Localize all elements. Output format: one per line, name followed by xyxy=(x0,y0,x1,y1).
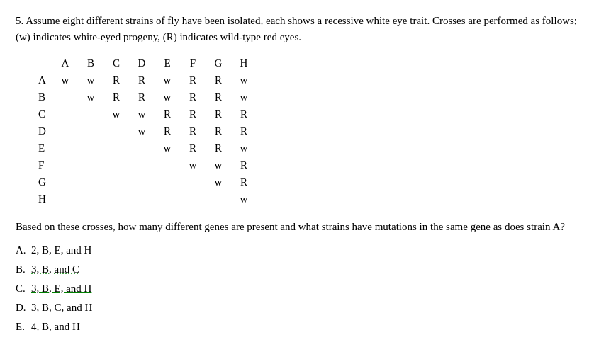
row-label-B: B xyxy=(37,89,52,106)
cross-table: A B C D E F G H A w w R R w R R w B w R … xyxy=(37,55,257,207)
cell-C-E: R xyxy=(155,106,180,123)
answer-label-A: A. xyxy=(16,241,31,260)
answer-C-underlined: 3, B, E, and H xyxy=(31,283,91,294)
col-header-H: H xyxy=(231,55,257,72)
cell-G-H: R xyxy=(231,174,257,190)
answer-label-D: D. xyxy=(16,298,31,317)
answer-text-E: 4, B, and H xyxy=(31,317,80,336)
cell-G-G: w xyxy=(206,174,231,190)
cell-A-A: w xyxy=(52,72,78,89)
cell-F-B xyxy=(78,157,103,174)
cell-A-C: R xyxy=(103,72,129,89)
row-label-E: E xyxy=(37,140,52,157)
cell-D-E: R xyxy=(155,123,180,140)
cell-D-G: R xyxy=(206,123,231,140)
answer-A: A. 2, B, E, and H xyxy=(16,241,578,260)
cell-F-G: w xyxy=(206,157,231,174)
table-row: E w R R w xyxy=(37,140,257,157)
cell-E-B xyxy=(78,140,103,157)
question-number: 5. xyxy=(16,15,23,26)
cell-H-E xyxy=(155,190,180,207)
cell-B-F: R xyxy=(180,89,206,106)
cell-B-A xyxy=(52,89,78,106)
cell-E-C xyxy=(103,140,129,157)
cell-H-D xyxy=(129,190,155,207)
table-row: H w xyxy=(37,190,257,207)
cell-H-A xyxy=(52,190,78,207)
header-empty xyxy=(37,55,52,72)
question-text: 5. Assume eight different strains of fly… xyxy=(16,13,578,45)
answer-B-underlined: 3, B, and C xyxy=(31,263,79,275)
cell-C-H: R xyxy=(231,106,257,123)
based-on-part1: Based on these crosses, how many differe… xyxy=(16,221,280,232)
cell-A-E: w xyxy=(155,72,180,89)
table-row: G w R xyxy=(37,174,257,190)
answer-label-B: B. xyxy=(16,260,31,279)
cell-C-A xyxy=(52,106,78,123)
cell-A-B: w xyxy=(78,72,103,89)
table-header-row: A B C D E F G H xyxy=(37,55,257,72)
answer-C: C. 3, B, E, and H xyxy=(16,279,578,298)
cell-G-C xyxy=(103,174,129,190)
based-on-part3: what strains have mutations in the same … xyxy=(296,221,565,232)
cell-H-B xyxy=(78,190,103,207)
row-label-H: H xyxy=(37,190,52,207)
answer-text-A: 2, B, E, and H xyxy=(31,241,91,260)
answer-B: B. 3, B, and C xyxy=(16,260,578,279)
cell-F-E xyxy=(155,157,180,174)
table-row: C w w R R R R xyxy=(37,106,257,123)
cell-B-B: w xyxy=(78,89,103,106)
cell-E-E: w xyxy=(155,140,180,157)
cell-F-H: R xyxy=(231,157,257,174)
answer-label-C: C. xyxy=(16,279,31,298)
cell-D-B xyxy=(78,123,103,140)
answer-text-B: 3, B, and C xyxy=(31,260,79,279)
col-header-C: C xyxy=(103,55,129,72)
cell-E-A xyxy=(52,140,78,157)
question-intro: Assume eight different strains of fly ha… xyxy=(26,15,228,26)
col-header-E: E xyxy=(155,55,180,72)
cell-D-A xyxy=(52,123,78,140)
cell-C-B xyxy=(78,106,103,123)
cell-D-F: R xyxy=(180,123,206,140)
cell-B-D: R xyxy=(129,89,155,106)
table-row: A w w R R w R R w xyxy=(37,72,257,89)
cell-G-F xyxy=(180,174,206,190)
col-header-G: G xyxy=(206,55,231,72)
cell-B-H: w xyxy=(231,89,257,106)
cell-C-D: w xyxy=(129,106,155,123)
col-header-D: D xyxy=(129,55,155,72)
answer-label-E: E. xyxy=(16,317,31,336)
answer-text-D: 3, B, C, and H xyxy=(31,298,92,317)
cell-G-A xyxy=(52,174,78,190)
based-on-text: Based on these crosses, how many differe… xyxy=(16,219,578,235)
answer-D-underlined: 3, B, C, and H xyxy=(31,302,92,313)
cell-F-A xyxy=(52,157,78,174)
isolated-word: isolated, xyxy=(228,15,263,26)
cell-C-C: w xyxy=(103,106,129,123)
cell-F-F: w xyxy=(180,157,206,174)
based-on-and: and xyxy=(280,221,296,232)
cell-H-H: w xyxy=(231,190,257,207)
cell-H-F xyxy=(180,190,206,207)
cell-E-G: R xyxy=(206,140,231,157)
cell-E-F: R xyxy=(180,140,206,157)
answer-E: E. 4, B, and H xyxy=(16,317,578,336)
row-label-A: A xyxy=(37,72,52,89)
cell-C-G: R xyxy=(206,106,231,123)
cell-A-G: R xyxy=(206,72,231,89)
answer-D: D. 3, B, C, and H xyxy=(16,298,578,317)
cell-A-H: w xyxy=(231,72,257,89)
cell-F-C xyxy=(103,157,129,174)
table-row: B w R R w R R w xyxy=(37,89,257,106)
table-row: D w R R R R xyxy=(37,123,257,140)
cell-D-C xyxy=(103,123,129,140)
cell-G-B xyxy=(78,174,103,190)
row-label-G: G xyxy=(37,174,52,190)
cell-G-D xyxy=(129,174,155,190)
cell-A-F: R xyxy=(180,72,206,89)
row-label-D: D xyxy=(37,123,52,140)
cell-B-C: R xyxy=(103,89,129,106)
cell-C-F: R xyxy=(180,106,206,123)
cell-H-C xyxy=(103,190,129,207)
